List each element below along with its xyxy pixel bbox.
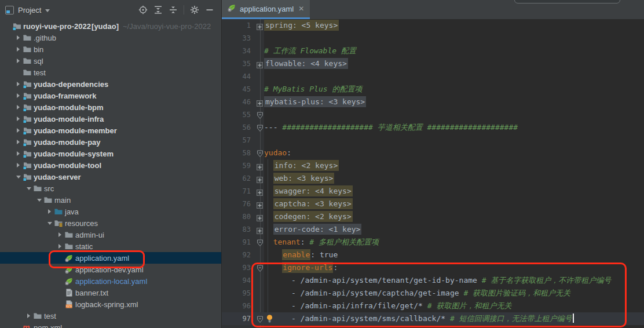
- tree-row-resources[interactable]: resources: [0, 217, 221, 229]
- tree-row-java[interactable]: java: [0, 206, 221, 217]
- module-folder-icon: [23, 91, 33, 100]
- tree-row-application-local.yaml[interactable]: application-local.yaml: [0, 275, 221, 287]
- tree-row-admin-ui[interactable]: admin-ui: [0, 229, 221, 240]
- code-line-46[interactable]: 46mybatis-plus: <3 keys>: [222, 96, 644, 108]
- collapse-all-icon[interactable]: [167, 4, 179, 16]
- code-token: tenant: [273, 238, 301, 246]
- code-line-80[interactable]: 80 codegen: <2 keys>: [222, 210, 644, 223]
- tree-row-test[interactable]: test: [0, 67, 221, 78]
- tree-row-yudao-server[interactable]: yudao-server: [0, 171, 221, 183]
- fold-region-icon[interactable]: [257, 315, 264, 327]
- tree-row-label: admin-ui: [75, 231, 104, 239]
- spring-file-icon: [227, 3, 236, 14]
- tree-row-application.yaml[interactable]: application.yaml: [0, 252, 221, 264]
- chevron-down-icon[interactable]: [45, 9, 50, 12]
- code-line-76[interactable]: 76 captcha: <3 keys>: [222, 198, 644, 210]
- chevron-right-icon[interactable]: [45, 209, 54, 214]
- chevron-right-icon[interactable]: [14, 47, 23, 52]
- tab-application-yaml[interactable]: application.yaml ✕: [222, 0, 310, 19]
- code-line-text: info: <2 keys>: [264, 159, 339, 172]
- tree-row-yudao-module-member[interactable]: yudao-module-member: [0, 125, 221, 136]
- code-token: :: [301, 238, 310, 246]
- project-panel-title: Project: [18, 6, 41, 14]
- tree-row-sql[interactable]: sql: [0, 55, 221, 67]
- chevron-right-icon[interactable]: [14, 116, 23, 121]
- tree-row-yudao-module-bpm[interactable]: yudao-module-bpm: [0, 101, 221, 113]
- chevron-right-icon[interactable]: [56, 232, 64, 237]
- code-line-96[interactable]: 96 - /admin-api/infra/file/get/* # 获取图片，…: [222, 300, 644, 312]
- code-token: yudao: [264, 148, 287, 157]
- code-line-91[interactable]: 91 tenant: # 多租户相关配置项: [222, 236, 644, 249]
- code-line-62[interactable]: 62 web: <3 keys>: [222, 172, 644, 185]
- tree-row-main[interactable]: main: [0, 194, 221, 206]
- chevron-down-icon[interactable]: [35, 199, 43, 202]
- code-line-34[interactable]: 34# 工作流 Flowable 配置: [222, 45, 644, 57]
- folder-icon: [33, 311, 43, 320]
- code-line-59[interactable]: 59 info: <2 keys>: [222, 159, 644, 172]
- folder-icon: [33, 184, 43, 193]
- code-line-35[interactable]: 35flowable: <4 keys>: [222, 57, 644, 70]
- chevron-right-icon[interactable]: [56, 244, 64, 249]
- tree-row-yudao-module-tool[interactable]: yudao-module-tool: [0, 159, 221, 171]
- chevron-right-icon[interactable]: [24, 314, 33, 318]
- tree-row-test[interactable]: test: [0, 310, 221, 322]
- module-folder-icon: [23, 149, 33, 158]
- tree-row-.github[interactable]: .github: [0, 32, 221, 43]
- chevron-down-icon[interactable]: [24, 187, 33, 190]
- code-line-45[interactable]: 45# MyBatis Plus 的配置项: [222, 83, 644, 96]
- folder-icon: [64, 230, 75, 239]
- chevron-right-icon[interactable]: [14, 128, 23, 133]
- code-line-44[interactable]: 44: [222, 70, 644, 83]
- tree-row-logback-spring.xml[interactable]: </>logback-spring.xml: [0, 298, 221, 310]
- tree-row-banner.txt[interactable]: banner.txt: [0, 287, 221, 298]
- chevron-right-icon[interactable]: [14, 82, 23, 86]
- code-line-56[interactable]: 56--- #################### 芋道相关配置 ######…: [222, 121, 644, 134]
- expand-all-icon[interactable]: [152, 4, 164, 16]
- code-line-55[interactable]: 55: [222, 108, 644, 121]
- tree-row-static[interactable]: static: [0, 240, 221, 252]
- code-token: web: <3 keys>: [273, 173, 335, 184]
- tree-row-pom.xml[interactable]: mpom.xml: [0, 322, 221, 328]
- close-icon[interactable]: ✕: [298, 5, 304, 13]
- code-line-58[interactable]: 58yudao:: [222, 147, 644, 159]
- chevron-right-icon[interactable]: [14, 59, 23, 63]
- tree-row-yudao-module-system[interactable]: yudao-module-system: [0, 148, 221, 159]
- chevron-down-icon[interactable]: [14, 176, 23, 178]
- code-line-83[interactable]: 83 error-code: <1 key>: [222, 223, 644, 236]
- chevron-right-icon[interactable]: [14, 151, 23, 156]
- tree-row-yudao-framework[interactable]: yudao-framework: [0, 90, 221, 101]
- locate-icon[interactable]: [137, 4, 149, 16]
- tree-row-src[interactable]: src: [0, 183, 221, 194]
- settings-icon[interactable]: [189, 4, 200, 16]
- tree-row-ruoyi-vue-pro-2022[interactable]: ruoyi-vue-pro-2022 [yudao]~/Java/ruoyi-v…: [0, 20, 221, 32]
- tree-row-yudao-module-pay[interactable]: yudao-module-pay: [0, 136, 221, 148]
- hide-icon[interactable]: [204, 4, 215, 16]
- code-editor[interactable]: 1spring: <5 keys>3334# 工作流 Flowable 配置35…: [222, 19, 644, 328]
- chevron-right-icon[interactable]: [14, 93, 23, 98]
- code-token: :: [333, 263, 338, 272]
- chevron-right-icon[interactable]: [14, 35, 23, 40]
- svg-text:</>: </>: [66, 304, 72, 308]
- code-line-95[interactable]: 95 - /admin-api/system/captcha/get-image…: [222, 287, 644, 300]
- code-line-text: captcha: <3 keys>: [264, 198, 353, 210]
- tree-row-application-dev.yaml[interactable]: application-dev.yaml: [0, 264, 221, 275]
- project-panel: Project ruoyi-vue-pro-2022 [yudao]~/Java…: [0, 0, 222, 328]
- code-line-94[interactable]: 94 - /admin-api/system/tenant/get-id-by-…: [222, 274, 644, 287]
- code-line-33[interactable]: 33: [222, 32, 644, 45]
- code-line-92[interactable]: 92 enable: true: [222, 249, 644, 261]
- tree-row-bin[interactable]: bin: [0, 43, 221, 55]
- chevron-right-icon[interactable]: [14, 163, 23, 167]
- chevron-right-icon[interactable]: [14, 140, 23, 144]
- code-line-97[interactable]: 97 - /admin-api/system/sms/callback/* # …: [222, 312, 644, 325]
- code-line-71[interactable]: 71 swagger: <4 keys>: [222, 185, 644, 198]
- chevron-right-icon[interactable]: [14, 105, 23, 110]
- tree-row-yudao-module-infra[interactable]: yudao-module-infra: [0, 113, 221, 125]
- tree-row-label: .github: [34, 34, 56, 42]
- code-line-93[interactable]: 93 ignore-urls:: [222, 261, 644, 274]
- code-token: - /admin-api/infra/file/get/*: [291, 301, 427, 310]
- code-line-57[interactable]: 57: [222, 134, 644, 147]
- code-line-1[interactable]: 1spring: <5 keys>: [222, 19, 644, 32]
- yaml-icon: [64, 276, 75, 286]
- chevron-down-icon[interactable]: [45, 222, 54, 225]
- tree-row-yudao-dependencies[interactable]: yudao-dependencies: [0, 78, 221, 90]
